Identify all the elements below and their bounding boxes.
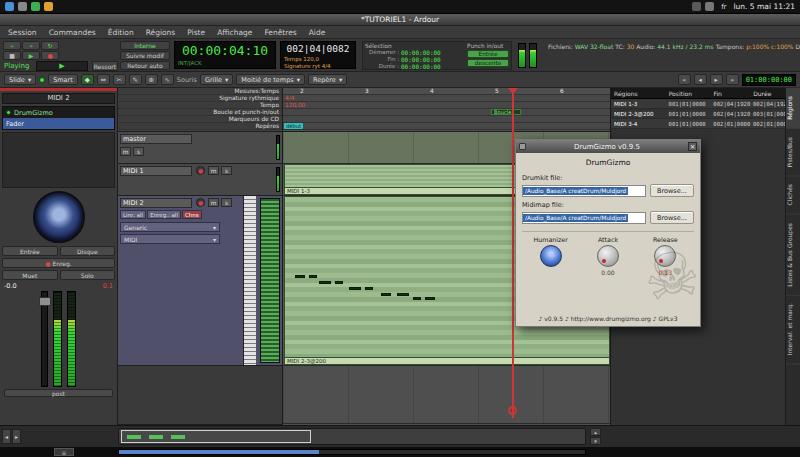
midi-note[interactable] xyxy=(413,297,421,300)
midi1-solo-button[interactable]: s xyxy=(221,166,232,175)
column-length[interactable]: Durée xyxy=(753,90,785,97)
tempo-marker[interactable]: 120,00 xyxy=(285,102,305,109)
desktop-clock[interactable]: lun. 5 mai 11:21 xyxy=(734,2,796,11)
mouse-mode-draw-button[interactable]: ✎ xyxy=(129,74,142,85)
midi2-mute-button[interactable]: m xyxy=(208,198,219,207)
midi2-record-button[interactable]: ● xyxy=(196,198,205,207)
midi-note[interactable] xyxy=(319,281,331,284)
fader-handle[interactable] xyxy=(39,297,51,306)
tab-snapshots[interactable]: Clichés xyxy=(786,176,800,214)
midi1-name-button[interactable]: MIDI 1 xyxy=(120,166,192,176)
plugin-active-led[interactable] xyxy=(6,110,11,115)
record-button[interactable]: ● xyxy=(41,51,59,60)
peak-display[interactable]: 0.1 xyxy=(103,282,113,290)
summary-scroll-down-button[interactable]: ▾ xyxy=(590,437,601,445)
menu-fenetres[interactable]: Fenêtres xyxy=(264,28,296,37)
bars-ruler[interactable]: 2 3 4 5 6 xyxy=(283,88,610,95)
drumkit-file-input[interactable]: /Audio_Base/A creatDrum/Muldjord xyxy=(522,185,646,197)
mouse-mode-cut-button[interactable]: ✂ xyxy=(113,74,126,85)
midi3-track-lane[interactable] xyxy=(283,366,610,424)
volume-icon[interactable] xyxy=(705,2,714,11)
menu-piste[interactable]: Piste xyxy=(187,28,205,37)
midi-panic-led[interactable] xyxy=(39,77,45,83)
io-routing-panel[interactable] xyxy=(2,132,115,188)
playhead-handle[interactable] xyxy=(508,88,518,94)
region-name-bar[interactable]: MIDI 1-3 xyxy=(285,187,519,194)
mouse-mode-stretch-button[interactable]: ∿ xyxy=(161,74,174,85)
ruler-label-looppunch[interactable]: Boucle et punch-in/out xyxy=(118,109,282,116)
release-knob[interactable] xyxy=(654,245,676,267)
punch-out-button[interactable]: descente xyxy=(467,59,509,67)
drumgizmo-plugin-window[interactable]: DrumGizmo v0.9.5 ✕ DrumGizmo Drumkit fil… xyxy=(515,139,701,327)
midi2-solo-button[interactable]: s xyxy=(221,198,232,207)
menu-edition[interactable]: Édition xyxy=(108,28,134,37)
menu-session[interactable]: Session xyxy=(8,28,37,37)
close-button[interactable]: ✕ xyxy=(688,142,697,151)
secondary-clock[interactable]: 002|04|0082 Temps 120,0 Signature ryt 4/… xyxy=(280,41,356,69)
primary-clock[interactable]: 00:00:04:10 INT/JACK xyxy=(174,41,276,69)
loop-button[interactable]: ↻ xyxy=(41,41,59,50)
ruler-label-cdmarkers[interactable]: Marqueurs de CD xyxy=(118,116,282,123)
nav-prev-button[interactable]: ◂ xyxy=(694,74,707,85)
loop-range-marker[interactable]: Boucle xyxy=(491,109,521,115)
regions-table-header[interactable]: Régions Position Fin Durée xyxy=(611,88,785,99)
follow-edits-button[interactable]: Suivre modif xyxy=(120,51,170,60)
processor-fader[interactable]: Fader xyxy=(3,118,114,129)
stop-button[interactable]: ■ xyxy=(3,51,21,60)
play-channels-button[interactable]: Lire: all xyxy=(120,210,146,219)
keyboard-layout-indicator[interactable]: fr xyxy=(718,3,729,11)
window-titlebar[interactable]: *TUTORIEL1 - Ardour xyxy=(0,14,800,26)
patch-selector-dropdown[interactable]: Generic ▾ xyxy=(120,222,220,232)
track-header-midi1[interactable]: MIDI 1 ● m s xyxy=(118,164,282,196)
panel-toggle-button[interactable]: ≡ xyxy=(54,448,74,456)
midi-region[interactable]: MIDI 1-3 xyxy=(284,164,520,195)
region-list-row[interactable]: MIDI 2-3@200 001|01|0000 002|04|1920 003… xyxy=(611,109,785,119)
horizontal-scrollbar[interactable] xyxy=(118,449,586,455)
nav-next-button[interactable]: ▸ xyxy=(710,74,723,85)
punch-in-button[interactable]: Entrée xyxy=(467,50,509,58)
record-channels-button[interactable]: Enreg.: all xyxy=(147,210,181,219)
menu-affichage[interactable]: Affichage xyxy=(217,28,252,37)
midi-note[interactable] xyxy=(381,293,391,296)
tempo-ruler[interactable]: 120,00 xyxy=(283,102,610,109)
midimap-file-input[interactable]: /Audio_Base/A creatDrum/Muldjord xyxy=(522,212,646,224)
channel-mode-dropdown[interactable]: MIDI ▾ xyxy=(120,234,220,244)
sync-source-button[interactable]: Interne xyxy=(120,41,170,50)
mouse-mode-range-button[interactable]: ⇔ xyxy=(97,74,110,85)
midi-note[interactable] xyxy=(335,281,343,284)
midi2-name-button[interactable]: MIDI 2 xyxy=(120,198,192,208)
solo-button[interactable]: Solo xyxy=(60,270,116,280)
selection-duration-time[interactable]: 00:00:00:00 xyxy=(401,63,441,70)
master-solo-button[interactable]: s xyxy=(133,147,144,156)
grid-unit-dropdown[interactable]: Moitié de temps ▾ xyxy=(236,74,305,85)
midi-note[interactable] xyxy=(349,287,361,290)
nav-end-button[interactable]: » xyxy=(726,74,739,85)
nav-clock[interactable]: 01:00:00:00 xyxy=(742,74,796,86)
shuttle-mode-button[interactable]: Ressort xyxy=(92,61,118,71)
piano-scroomer[interactable] xyxy=(243,196,256,365)
plugin-titlebar[interactable]: DrumGizmo v0.9.5 ✕ xyxy=(516,140,700,153)
mouse-mode-object-button[interactable]: ◆ xyxy=(81,74,94,85)
midimap-browse-button[interactable]: Browse... xyxy=(650,211,694,224)
playhead-grab[interactable] xyxy=(508,406,517,415)
attack-knob[interactable] xyxy=(597,245,619,267)
workspace-icon[interactable] xyxy=(44,2,53,11)
start-marker[interactable]: début xyxy=(284,123,303,129)
ruler-label-markers[interactable]: Repères xyxy=(118,123,282,130)
play-button[interactable]: ▶ xyxy=(22,51,40,60)
files-icon[interactable] xyxy=(31,2,40,11)
gain-display[interactable]: -0.0 xyxy=(4,282,17,290)
auto-return-button[interactable]: Retour auto xyxy=(120,61,170,70)
shuttle-control[interactable]: ▶ xyxy=(36,61,88,71)
midi1-record-button[interactable]: ● xyxy=(196,166,205,175)
input-monitor-button[interactable]: Entrée xyxy=(2,246,58,256)
summary-scroll-up-button[interactable]: ▴ xyxy=(590,428,601,436)
gain-fader[interactable] xyxy=(41,291,48,387)
cd-markers-ruler[interactable] xyxy=(283,116,610,123)
region-name-bar[interactable]: MIDI 2-3@200 xyxy=(285,357,609,364)
smart-mode-button[interactable]: Smart xyxy=(48,74,78,85)
selection-start-time[interactable]: 00:00:00:00 xyxy=(401,49,441,56)
selection-end-time[interactable]: 00:00:00:00 xyxy=(401,56,441,63)
markers-ruler[interactable]: début xyxy=(283,123,610,130)
snap-mode-dropdown[interactable]: Grille ▾ xyxy=(200,74,233,85)
